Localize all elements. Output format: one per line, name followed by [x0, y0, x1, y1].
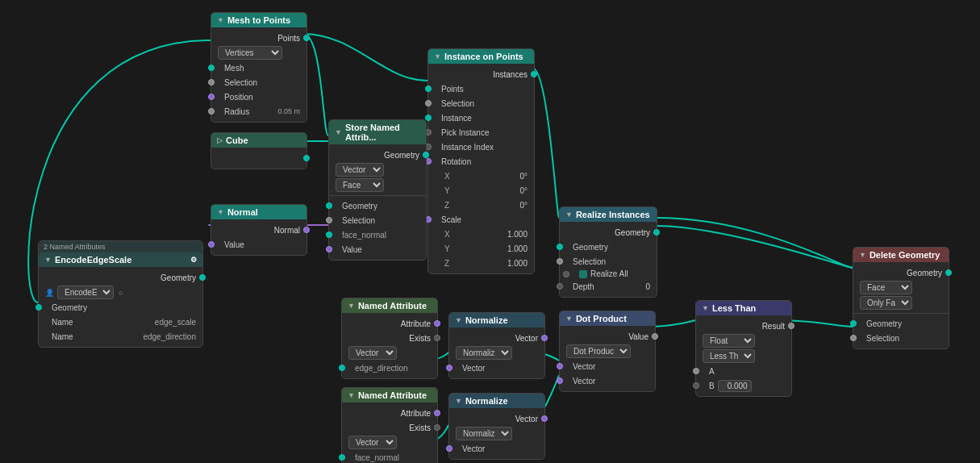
socket-na2-attr-out[interactable]	[434, 410, 440, 416]
badge-row: 2 Named Attributes	[39, 241, 202, 252]
socket-store-geo-out[interactable]	[423, 152, 429, 158]
input-position: Position	[211, 90, 307, 104]
socket-dot-vec1-in[interactable]	[557, 363, 563, 369]
store-type-select[interactable]: Vector	[336, 163, 384, 177]
store-val-in: Value	[329, 242, 426, 257]
na2-type-select[interactable]: Vector	[348, 436, 397, 449]
realize-header: ▼ Realize Instances	[560, 207, 657, 222]
socket-norm1-in[interactable]	[446, 365, 452, 371]
socket-realize-all-in[interactable]	[563, 271, 569, 277]
lt-b-input[interactable]	[718, 380, 752, 392]
socket-normal-val-in[interactable]	[208, 241, 215, 248]
socket-encode-geo-in[interactable]	[35, 304, 42, 311]
lt-mode-select[interactable]: Less Than	[703, 349, 755, 363]
socket-store-sel-in[interactable]	[326, 217, 332, 223]
node-title: Mesh to Points	[227, 15, 290, 25]
collapse-icon4[interactable]: ▼	[335, 128, 342, 136]
store-geo-out: Geometry	[329, 148, 426, 162]
encode-name1: Name edge_scale	[39, 315, 202, 329]
socket-position-in[interactable]	[208, 94, 215, 100]
socket-realize-geo-in[interactable]	[557, 244, 563, 250]
encode-type-select[interactable]: EncodeEdgeScale	[57, 286, 114, 299]
socket-points-out[interactable]	[303, 35, 310, 41]
socket-iop-sel-in[interactable]	[425, 100, 432, 106]
dot-title: Dot Product	[576, 314, 627, 323]
socket-na2-name-in[interactable]	[339, 454, 345, 461]
norm2-mode-row: Normalize	[449, 426, 544, 441]
socket-lt-result-out[interactable]	[788, 323, 794, 329]
collapse-icon12[interactable]: ▼	[565, 315, 573, 323]
del-mode-select[interactable]: Only Faces	[860, 296, 912, 310]
socket-iop-inst-in[interactable]	[425, 115, 432, 121]
socket-store-geo-in[interactable]	[326, 202, 332, 209]
socket-na1-exists-out[interactable]	[434, 335, 440, 341]
collapse-icon5[interactable]: ▼	[217, 208, 224, 216]
named-attr2-header: ▼ Named Attribute	[342, 388, 437, 403]
realize-all-checkbox[interactable]	[579, 270, 587, 278]
node-canvas: ▼ Mesh to Points Points Vertices Mesh Se…	[0, 0, 980, 463]
collapse-icon8[interactable]: ▼	[348, 302, 355, 310]
socket-instances-out[interactable]	[531, 71, 537, 77]
collapse-icon11[interactable]: ▼	[455, 397, 462, 405]
socket-dot-val-out[interactable]	[652, 333, 658, 340]
socket-lt-b-in[interactable]	[693, 382, 699, 389]
store-named-header: ▼ Store Named Attrib...	[329, 120, 426, 144]
socket-norm2-out[interactable]	[541, 415, 548, 422]
socket-encode-geo-out[interactable]	[199, 274, 206, 281]
norm1-mode-select[interactable]: Normalize	[456, 346, 512, 360]
socket-na1-attr-out[interactable]	[434, 320, 440, 327]
socket-store-name-in[interactable]	[326, 232, 332, 238]
named-attr1-title: Named Attribute	[358, 301, 427, 311]
collapse-icon10[interactable]: ▼	[455, 316, 462, 324]
socket-iop-points-in[interactable]	[425, 86, 432, 92]
socket-na1-name-in[interactable]	[339, 365, 345, 371]
socket-na2-exists-out[interactable]	[434, 424, 440, 431]
iop-points-in: Points	[428, 81, 534, 96]
dot-val-out: Value	[560, 329, 655, 344]
iop-title: Instance on Points	[444, 52, 523, 61]
collapse-icon13[interactable]: ▼	[702, 304, 709, 312]
del-geo-out: Geometry	[853, 265, 949, 280]
collapse-icon6[interactable]: ▼	[565, 211, 573, 219]
realize-geo-in: Geometry	[560, 240, 657, 254]
socket-selection-in[interactable]	[208, 79, 215, 86]
collapse-icon3[interactable]: ▼	[434, 52, 441, 60]
input-radius: Radius 0.05 m	[211, 104, 307, 119]
dot-mode-select[interactable]: Dot Product	[566, 344, 631, 358]
socket-radius-in[interactable]	[208, 108, 215, 115]
del-domain-select[interactable]: Face	[860, 281, 912, 294]
socket-mesh-in[interactable]	[208, 65, 215, 71]
collapse-icon9[interactable]: ▼	[348, 391, 355, 399]
store-domain-select[interactable]: Face	[336, 178, 384, 192]
collapse-icon7[interactable]: ▼	[44, 256, 52, 264]
na1-name-in: edge_direction	[342, 361, 437, 375]
socket-norm2-in[interactable]	[446, 445, 452, 452]
socket-norm1-out[interactable]	[541, 335, 548, 341]
socket-del-sel-in[interactable]	[850, 335, 857, 341]
collapse-icon14[interactable]: ▼	[859, 251, 866, 259]
iop-rotation-label: Rotation	[428, 154, 534, 169]
socket-del-geo-out[interactable]	[945, 269, 952, 276]
iop-rot-y: Y 0°	[428, 183, 534, 198]
socket-realize-depth-in[interactable]	[557, 283, 563, 290]
socket-dot-vec2-in[interactable]	[557, 377, 563, 384]
encode-edge-scale-node: 2 Named Attributes ▼ EncodeEdgeScale ⚙ G…	[38, 240, 203, 348]
norm2-mode-select[interactable]: Normalize	[456, 427, 512, 440]
na1-type-select[interactable]: Vector	[348, 346, 397, 360]
collapse-icon2[interactable]: ▷	[217, 136, 223, 144]
socket-realize-sel-in[interactable]	[557, 258, 563, 265]
mesh-to-points-node: ▼ Mesh to Points Points Vertices Mesh Se…	[211, 12, 307, 123]
norm2-vec-in: Vector	[449, 441, 544, 456]
socket-lt-a-in[interactable]	[693, 368, 699, 374]
socket-realize-geo-out[interactable]	[653, 229, 660, 236]
iop-scale-label: Scale	[428, 212, 534, 227]
encode-icon[interactable]: ⚙	[190, 256, 197, 264]
lt-type-select[interactable]: Float	[703, 334, 755, 348]
socket-del-geo-in[interactable]	[850, 320, 857, 327]
mesh-mode-select[interactable]: Vertices	[218, 46, 282, 60]
socket-normal-out[interactable]	[303, 227, 310, 233]
normalize1-header: ▼ Normalize	[449, 313, 544, 327]
socket-cube-out[interactable]	[303, 155, 310, 161]
socket-store-val-in[interactable]	[326, 246, 332, 252]
collapse-icon[interactable]: ▼	[217, 16, 224, 24]
